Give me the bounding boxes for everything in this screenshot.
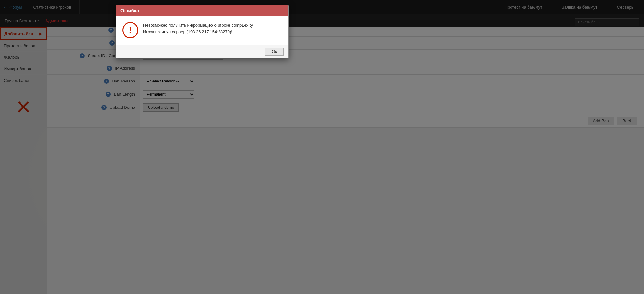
dialog-message: Невозможно получить информацию о игроке … — [143, 22, 254, 36]
dialog-title: Ошибка — [120, 8, 139, 13]
dialog-message-line1: Невозможно получить информацию о игроке … — [143, 22, 254, 29]
dialog-message-line2: Игрок покинул сервер (193.26.217.154:282… — [143, 29, 254, 36]
dialog-ok-button[interactable]: Ок — [265, 48, 284, 56]
error-dialog: Ошибка ! Невозможно получить информацию … — [116, 5, 289, 58]
dialog-footer: Ок — [116, 45, 288, 58]
dialog-body: ! Невозможно получить информацию о игрок… — [116, 16, 288, 45]
dialog-error-icon: ! — [122, 22, 138, 38]
dialog-overlay — [0, 0, 644, 294]
dialog-header: Ошибка — [116, 5, 288, 16]
